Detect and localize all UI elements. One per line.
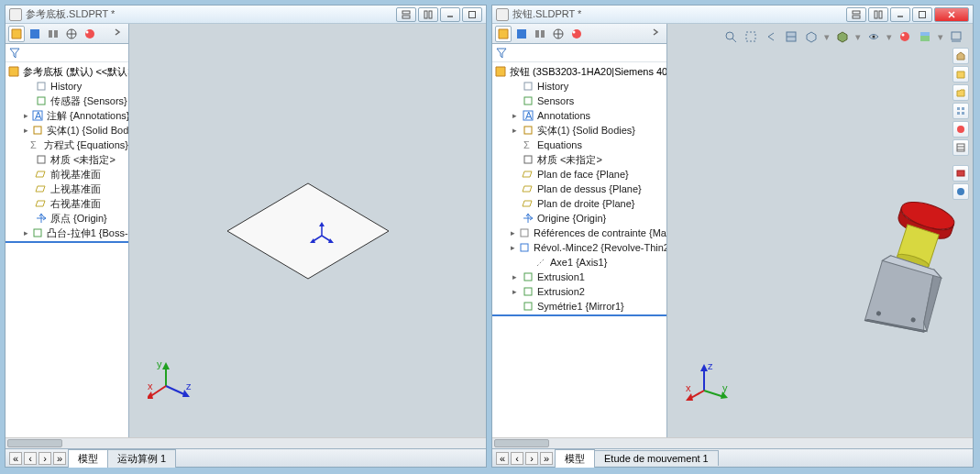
- tree-item[interactable]: ΣEquations: [492, 138, 666, 152]
- tab-nav-next-icon[interactable]: ›: [39, 452, 51, 465]
- tree-item[interactable]: 原点 {Origin}: [6, 211, 128, 226]
- task-pane-cloud-icon[interactable]: [952, 183, 969, 200]
- tree-item[interactable]: Origine {Origin}: [492, 211, 666, 226]
- filter-row[interactable]: [492, 44, 666, 62]
- titlebar-right[interactable]: 按钮.SLDPRT *: [492, 6, 973, 24]
- tab-nav-first-icon[interactable]: «: [496, 452, 509, 465]
- task-pane-explorer-icon[interactable]: [952, 84, 969, 101]
- tree-item[interactable]: ▸Révol.-Mince2 {Revolve-Thin2}: [492, 240, 666, 255]
- task-pane-view-palette-icon[interactable]: [952, 103, 969, 119]
- property-manager-tab-icon[interactable]: [27, 26, 43, 42]
- config-manager-tab-icon[interactable]: [45, 26, 61, 42]
- previous-view-icon[interactable]: [764, 29, 778, 44]
- tree-item[interactable]: History: [6, 79, 128, 94]
- view-orientation-icon[interactable]: [804, 29, 819, 44]
- tile-vert-button[interactable]: [418, 7, 438, 22]
- config-manager-tab-icon[interactable]: [532, 26, 548, 42]
- tree-item[interactable]: History: [492, 79, 666, 94]
- tree-item[interactable]: 前视基准面: [6, 167, 128, 182]
- tree-item[interactable]: 右视基准面: [6, 196, 128, 211]
- tree-rollback-bar[interactable]: [492, 314, 666, 316]
- tree-root[interactable]: 参考底板 (默认) <<默认>_显示: [6, 64, 128, 79]
- tile-horiz-button[interactable]: [396, 7, 416, 22]
- feature-manager-tab-icon[interactable]: [8, 26, 25, 42]
- tree-item[interactable]: ▸实体(1) {Solid Bodies}: [492, 123, 666, 138]
- tree-item[interactable]: Plan de face {Plane}: [492, 167, 666, 182]
- tab-nav-next-icon[interactable]: ›: [525, 452, 538, 465]
- panel-overflow-icon[interactable]: [651, 28, 664, 40]
- task-pane-appearances-icon[interactable]: [952, 121, 969, 138]
- view-triad-icon[interactable]: z y x: [686, 358, 732, 404]
- tab-nav-prev-icon[interactable]: ‹: [511, 452, 523, 465]
- tree-item[interactable]: ▸实体(1) {Solid Bodies}: [6, 123, 128, 138]
- tree-item[interactable]: 上视基准面: [6, 182, 128, 196]
- tree-item[interactable]: Axe1 {Axis1}: [492, 255, 666, 270]
- task-pane-forum-icon[interactable]: [952, 165, 969, 182]
- feature-tree[interactable]: 参考底板 (默认) <<默认>_显示 History传感器 {Sensors}▸…: [6, 62, 128, 437]
- task-pane-custom-props-icon[interactable]: [952, 139, 969, 156]
- tile-vert-button[interactable]: [868, 7, 888, 22]
- display-style-icon[interactable]: [835, 29, 850, 44]
- tab-model[interactable]: 模型: [555, 449, 595, 468]
- expander-icon[interactable]: ▸: [511, 127, 519, 135]
- zoom-area-icon[interactable]: [743, 29, 758, 44]
- expander-icon[interactable]: ▸: [24, 229, 28, 237]
- filter-row[interactable]: [6, 44, 128, 62]
- tree-item[interactable]: Σ方程式 {Equations}: [6, 138, 128, 152]
- tree-item[interactable]: ▸Références de contrainte {MateRefer: [492, 226, 666, 240]
- tree-root[interactable]: 按钮 (3SB3203-1HA20|Siemens 40x40x10: [492, 64, 666, 79]
- expander-icon[interactable]: ▸: [511, 229, 515, 237]
- minimize-button[interactable]: [440, 7, 460, 22]
- expander-icon[interactable]: ▸: [24, 112, 28, 120]
- scrollbar-thumb[interactable]: [7, 439, 62, 447]
- tree-item[interactable]: Sensors: [492, 94, 666, 108]
- feature-tree[interactable]: 按钮 (3SB3203-1HA20|Siemens 40x40x10 Histo…: [492, 62, 666, 437]
- horizontal-scrollbar[interactable]: [492, 437, 973, 448]
- tree-item[interactable]: ▸Extrusion2: [492, 284, 666, 299]
- tree-item[interactable]: Plan de droite {Plane}: [492, 196, 666, 211]
- hide-show-icon[interactable]: [866, 29, 881, 44]
- appearance-icon[interactable]: [897, 29, 912, 44]
- scene-icon[interactable]: [918, 29, 932, 44]
- tree-item[interactable]: 材质 <未指定>: [6, 152, 128, 167]
- tree-item[interactable]: ▸AAnnotations: [492, 108, 666, 123]
- property-manager-tab-icon[interactable]: [513, 26, 530, 42]
- close-button[interactable]: [934, 7, 969, 22]
- task-pane-resources-icon[interactable]: [952, 48, 969, 64]
- maximize-button[interactable]: [462, 7, 482, 22]
- expander-icon[interactable]: ▸: [511, 244, 515, 252]
- dimxpert-tab-icon[interactable]: [550, 26, 567, 42]
- dimxpert-tab-icon[interactable]: [63, 26, 80, 42]
- tree-item[interactable]: ▸A注解 {Annotations}: [6, 108, 128, 123]
- horizontal-scrollbar[interactable]: [6, 437, 486, 448]
- view-settings-icon[interactable]: [949, 29, 963, 44]
- panel-overflow-icon[interactable]: [113, 28, 126, 40]
- graphics-viewport-left[interactable]: y z x: [129, 24, 486, 437]
- minimize-button[interactable]: [890, 7, 910, 22]
- task-pane-library-icon[interactable]: [952, 66, 969, 83]
- view-triad-icon[interactable]: y z x: [148, 358, 193, 404]
- expander-icon[interactable]: ▸: [511, 288, 519, 296]
- tab-motion-study[interactable]: Etude de mouvement 1: [594, 450, 719, 466]
- tree-item[interactable]: 材质 <未指定>: [492, 152, 666, 167]
- tree-item[interactable]: 传感器 {Sensors}: [6, 94, 128, 108]
- expander-icon[interactable]: ▸: [511, 112, 519, 120]
- tile-horiz-button[interactable]: [846, 7, 866, 22]
- titlebar-left[interactable]: 参考底板.SLDPRT *: [6, 6, 486, 24]
- graphics-viewport-right[interactable]: ▾ ▾ ▾ ▾: [667, 24, 973, 437]
- tree-rollback-bar[interactable]: [6, 241, 128, 243]
- display-manager-tab-icon[interactable]: [568, 26, 585, 42]
- expander-icon[interactable]: ▸: [24, 127, 28, 135]
- feature-manager-tab-icon[interactable]: [495, 26, 512, 42]
- tab-nav-first-icon[interactable]: «: [9, 452, 22, 465]
- maximize-button[interactable]: [912, 7, 932, 22]
- tab-motion-study[interactable]: 运动算例 1: [107, 449, 176, 468]
- section-view-icon[interactable]: [784, 29, 798, 44]
- tree-item[interactable]: ▸凸台-拉伸1 {Boss-Extrude: [6, 226, 128, 240]
- zoom-fit-icon[interactable]: [723, 29, 738, 44]
- tab-nav-last-icon[interactable]: »: [53, 452, 66, 465]
- scrollbar-thumb[interactable]: [494, 439, 549, 447]
- tab-model[interactable]: 模型: [68, 449, 108, 468]
- expander-icon[interactable]: ▸: [511, 273, 519, 281]
- tree-item[interactable]: ▸Extrusion1: [492, 270, 666, 284]
